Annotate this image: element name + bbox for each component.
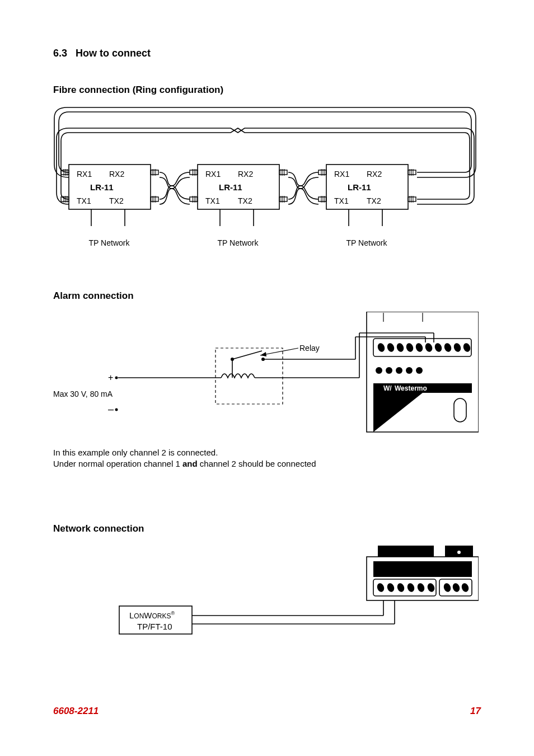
tx1-label: TX1 <box>77 196 91 205</box>
rx1-label: RX1 <box>205 170 221 179</box>
alarm-diagram: + – Max 30 V, 80 mA Relay <box>53 312 479 440</box>
rx1-label: RX1 <box>77 170 92 179</box>
svg-point-87 <box>376 367 382 374</box>
svg-point-69 <box>115 377 118 379</box>
section-number: 6.3 <box>53 48 67 59</box>
rx2-label: RX2 <box>367 170 382 179</box>
tp-network-label: TP Network <box>89 238 130 247</box>
svg-point-91 <box>416 367 423 374</box>
section-heading: 6.3 How to connect <box>53 48 481 59</box>
tp-network-label: TP Network <box>218 238 259 247</box>
note-line2b: and <box>182 459 198 468</box>
svg-marker-72 <box>260 352 266 356</box>
svg-rect-106 <box>373 561 472 577</box>
rx1-label: RX1 <box>334 170 349 179</box>
tx1-label: TX1 <box>205 196 220 205</box>
note-line1: In this example only channel 2 is connec… <box>53 448 218 457</box>
fibre-title: Fibre connection (Ring configuration) <box>53 84 481 96</box>
svg-rect-51 <box>408 197 416 201</box>
network-diagram: LONWORKS® TP/FT-10 <box>53 546 479 658</box>
svg-rect-28 <box>190 197 198 201</box>
minus-label: – <box>108 403 114 415</box>
relay-label: Relay <box>299 344 320 353</box>
lonworks-label: LONWORKS® <box>129 611 175 620</box>
note-line2c: channel 2 should be connected <box>198 459 316 468</box>
svg-rect-43 <box>408 170 416 175</box>
svg-line-64 <box>232 351 262 359</box>
fibre-diagram: RX1 RX2 TX1 TX2 LR-11 TP Network <box>53 106 479 251</box>
device-label: LR-11 <box>90 182 114 192</box>
max-label: Max 30 V, 80 mA <box>53 389 113 398</box>
rx2-label: RX2 <box>109 170 124 179</box>
tx2-label: TX2 <box>238 196 252 205</box>
svg-point-89 <box>396 367 402 374</box>
svg-point-105 <box>457 551 461 554</box>
svg-point-70 <box>115 408 118 411</box>
tp-network-label: TP Network <box>346 238 388 247</box>
svg-rect-32 <box>279 197 287 201</box>
section-title: How to connect <box>76 48 151 59</box>
doc-number: 6608-2211 <box>53 706 99 717</box>
alarm-title: Alarm connection <box>53 290 481 302</box>
svg-rect-5 <box>151 170 158 175</box>
tx2-label: TX2 <box>367 196 381 205</box>
svg-point-88 <box>386 367 392 374</box>
network-title: Network connection <box>53 523 481 534</box>
brand-name: Westermo <box>395 384 427 392</box>
svg-rect-92 <box>454 398 466 422</box>
svg-point-90 <box>406 367 413 374</box>
page-number: 17 <box>470 706 481 717</box>
svg-rect-47 <box>318 197 326 201</box>
device-label: LR-11 <box>348 182 371 192</box>
alarm-note: In this example only channel 2 is connec… <box>53 447 481 470</box>
note-line2a: Under normal operation channel 1 <box>53 459 182 468</box>
brand-label: W/ <box>383 384 392 392</box>
svg-rect-39 <box>318 170 326 175</box>
svg-rect-24 <box>279 170 287 175</box>
svg-rect-13 <box>151 197 158 201</box>
device-label: LR-11 <box>219 182 242 192</box>
rx2-label: RX2 <box>238 170 253 179</box>
tx2-label: TX2 <box>109 196 124 205</box>
tx1-label: TX1 <box>334 196 349 205</box>
tpft-label: TP/FT-10 <box>137 622 172 631</box>
plus-label: + <box>108 373 113 382</box>
page-footer: 6608-2211 17 <box>53 706 481 717</box>
svg-rect-20 <box>190 170 198 175</box>
